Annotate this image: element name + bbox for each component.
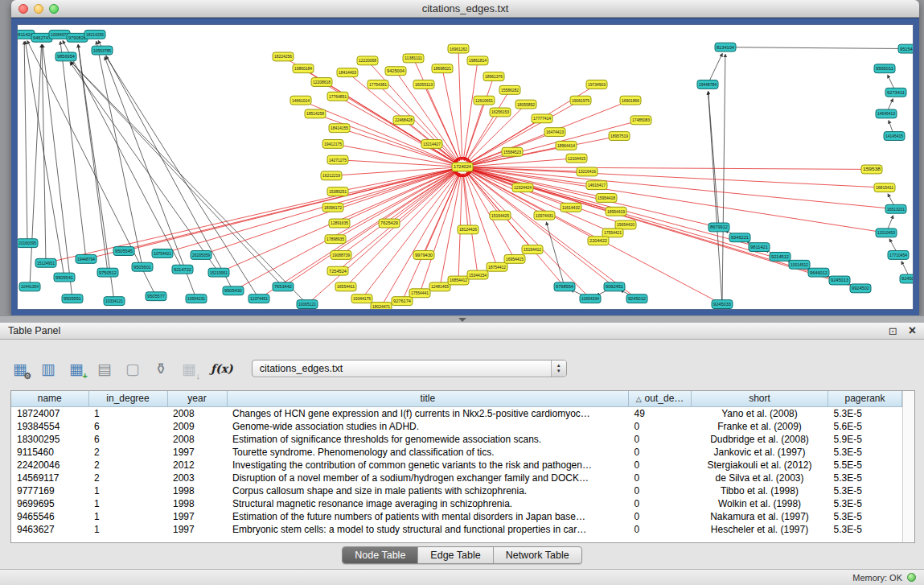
graph-node[interactable]: 16513201 (885, 204, 906, 213)
graph-node[interactable]: 16554411 (335, 282, 356, 291)
graph-node[interactable]: 16055113 (413, 80, 434, 89)
minimize-window-button[interactable] (34, 4, 43, 14)
graph-node[interactable]: 10974431 (534, 211, 555, 220)
network-canvas[interactable]: 1724024182242561986018412208618177648511… (17, 24, 914, 310)
graph-node[interactable]: 7625429 (379, 219, 400, 228)
graph-node[interactable]: 11614432 (561, 203, 581, 212)
graph-node[interactable]: 9245032 (900, 274, 914, 283)
network-select[interactable]: citations_edges.txt ▲ ▼ (252, 360, 567, 377)
graph-node[interactable]: 9245013 (829, 276, 850, 285)
graph-node[interactable]: 9245012 (626, 295, 647, 303)
graph-node[interactable]: 18214256 (84, 30, 105, 39)
graph-node[interactable]: 16212219 (321, 171, 342, 180)
graph-node[interactable]: 15584523 (502, 147, 523, 156)
delete-table-button[interactable]: ⚱ (150, 358, 171, 379)
graph-node[interactable]: 7653442 (273, 282, 294, 291)
table-row[interactable]: 946554611997Estimation of the future num… (11, 510, 902, 523)
float-panel-icon[interactable]: ⊡ (889, 325, 897, 337)
graph-node[interactable]: 18414403 (337, 68, 358, 77)
table-row[interactable]: 969969511998Structural magnetic resonanc… (11, 497, 902, 510)
graph-node[interactable]: 18698321 (432, 64, 453, 73)
table-row[interactable]: 911546021997Tourette syndrome. Phenomeno… (11, 446, 902, 459)
table-row[interactable]: 2242004622012Investigating the contribut… (11, 459, 902, 472)
graph-node[interactable]: 9979430 (413, 251, 434, 260)
graph-node[interactable]: 16474413 (544, 128, 565, 137)
graph-node[interactable]: 14616417 (586, 181, 607, 190)
graph-node[interactable]: 9214722 (172, 265, 193, 274)
graph-node[interactable]: 12104415 (566, 154, 587, 163)
graph-node[interactable]: 17485083 (630, 116, 651, 125)
graph-node[interactable]: 9505551 (62, 295, 83, 303)
show-columns-button[interactable]: ▥ (38, 358, 59, 379)
graph-node[interactable]: 20160395 (17, 239, 38, 248)
column-header-year[interactable]: year (167, 391, 227, 406)
zoom-window-button[interactable] (49, 4, 59, 14)
window-titlebar[interactable]: citations_edges.txt (11, 0, 919, 18)
graph-node[interactable]: 19088739 (331, 251, 351, 260)
table-row[interactable]: 1456911722003Disruption of a novel membe… (11, 472, 902, 484)
graph-node[interactable]: 18961376 (483, 72, 504, 81)
graph-node[interactable]: 9924502 (850, 284, 871, 293)
graph-node[interactable]: 8134104 (715, 43, 736, 51)
graph-node[interactable]: 18954419 (606, 207, 626, 216)
graph-node[interactable]: 15154425 (490, 211, 511, 220)
graph-node[interactable]: 19860184 (293, 64, 314, 73)
graph-node[interactable]: 9346221 (729, 233, 750, 242)
graph-node[interactable]: 16815411 (874, 183, 895, 192)
column-header-name[interactable]: name (11, 391, 88, 406)
graph-node[interactable]: 17764851 (327, 92, 348, 101)
graph-node[interactable]: 13214427 (421, 139, 442, 148)
graph-node[interactable]: 9245033 (712, 300, 733, 309)
split-divider[interactable] (0, 315, 924, 323)
graph-node[interactable]: 15124951 (35, 258, 56, 267)
column-header-in_degree[interactable]: in_degree (88, 391, 167, 406)
graph-node[interactable]: 16954415 (504, 254, 525, 263)
graph-node[interactable]: 10441354 (19, 282, 40, 291)
graph-node[interactable]: 10334121 (104, 297, 125, 306)
graph-node[interactable]: 12220068 (357, 56, 378, 65)
graph-node[interactable]: 9092451 (604, 282, 625, 291)
graph-node[interactable]: 19344175 (351, 295, 372, 303)
graph-node[interactable]: 12324424 (512, 183, 533, 192)
graph-node[interactable]: 9505601 (132, 262, 153, 271)
graph-node[interactable]: 16256153 (490, 108, 511, 117)
graph-node[interactable]: 17710454 (888, 251, 909, 260)
graph-node[interactable]: 12010453 (876, 229, 897, 237)
graph-node[interactable]: 12374451 (248, 295, 269, 303)
table-row[interactable]: 1830029562008Estimation of significance … (11, 433, 902, 446)
close-window-button[interactable] (18, 4, 28, 14)
table-mode-button[interactable]: ▦⚙ (10, 358, 31, 379)
graph-node[interactable]: 16854412 (448, 276, 469, 285)
table-row[interactable]: 977716911998Corpus callosum shape and si… (11, 484, 902, 497)
graph-node[interactable]: 9505432 (223, 286, 244, 295)
graph-node[interactable]: 15654420 (615, 220, 636, 229)
import-table-button[interactable]: ▦↓ (179, 358, 199, 379)
graph-node[interactable]: 17898935 (325, 235, 346, 244)
graph-node[interactable]: 9750512 (97, 268, 118, 277)
graph-node[interactable]: 26205059 (191, 251, 211, 260)
graph-node[interactable]: 9565011 (874, 64, 895, 73)
graph-node[interactable]: 8679912 (708, 223, 729, 232)
graph-node[interactable]: 16961262 (448, 44, 469, 53)
function-button[interactable]: ƒ(x) (207, 358, 237, 379)
graph-node[interactable]: 19448794 (76, 254, 97, 263)
graph-node[interactable]: 7254524 (327, 266, 348, 275)
graph-node[interactable]: 9798554 (554, 282, 575, 291)
create-column-button[interactable]: ▦+ (66, 358, 87, 379)
graph-node[interactable]: 17554441 (409, 289, 430, 298)
graph-node[interactable]: 9505577 (146, 292, 166, 301)
graph-node[interactable]: 18396172 (322, 203, 343, 212)
graph-node[interactable]: 19412175 (322, 139, 343, 148)
graph-node[interactable]: 10754421 (152, 249, 173, 258)
graph-node[interactable]: 1724024 (452, 163, 473, 171)
graph-node[interactable]: 14661014 (290, 96, 311, 105)
graph-node[interactable]: 15954418 (596, 194, 617, 203)
graph-node[interactable]: 15154412 (522, 245, 543, 254)
graph-node[interactable]: 9646012 (808, 268, 829, 277)
graph-node[interactable]: 17777414 (532, 114, 552, 123)
graph-node[interactable]: 19448784 (697, 80, 718, 89)
graph-node[interactable]: 9273411 (885, 88, 906, 97)
graph-node[interactable]: 10065121 (297, 300, 318, 309)
graph-node[interactable]: 9505545 (113, 247, 134, 256)
graph-node[interactable]: 16901866 (620, 96, 641, 105)
